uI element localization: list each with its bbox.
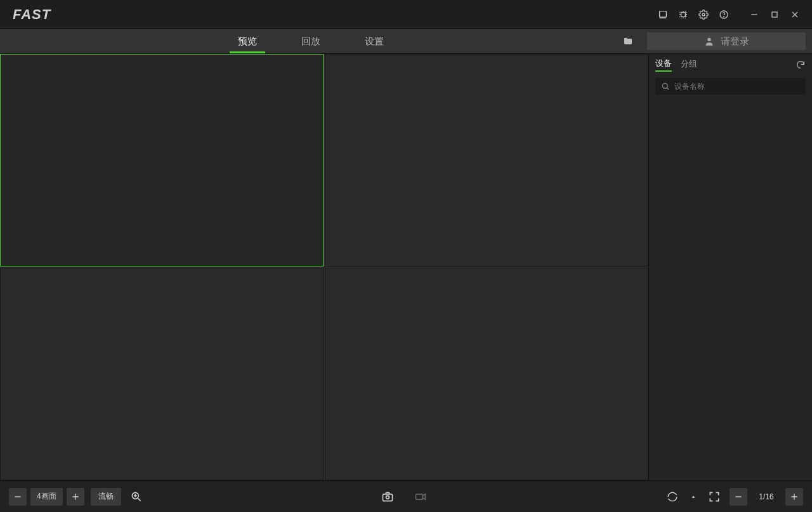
screenshot-icon[interactable]	[653, 5, 672, 24]
zoom-in-icon[interactable]	[128, 488, 145, 506]
video-cell-4[interactable]	[325, 268, 648, 480]
layout-increase-button[interactable]	[67, 488, 84, 506]
tab-settings[interactable]: 设置	[343, 29, 406, 53]
page-indicator: 1/16	[751, 492, 782, 501]
device-search-input[interactable]	[674, 82, 801, 91]
layout-decrease-button[interactable]	[9, 488, 27, 506]
snapshot-icon[interactable]	[379, 488, 396, 506]
layout-label[interactable]: 4画面	[30, 488, 63, 506]
video-grid	[0, 54, 648, 480]
video-cell-1[interactable]	[0, 54, 324, 266]
device-list	[649, 97, 812, 480]
folder-icon[interactable]	[615, 29, 641, 53]
svg-point-10	[386, 496, 390, 499]
titlebar-controls	[653, 5, 804, 24]
login-button[interactable]: 请登录	[647, 32, 806, 50]
svg-rect-9	[383, 494, 393, 501]
minimize-button[interactable]	[745, 5, 764, 24]
refresh-icon[interactable]	[796, 60, 806, 70]
main-tabs: 预览 回放 设置	[216, 29, 406, 53]
svg-point-6	[707, 38, 710, 41]
svg-rect-1	[681, 12, 686, 16]
close-button[interactable]	[785, 5, 804, 24]
maximize-button[interactable]	[765, 5, 784, 24]
svg-rect-0	[660, 11, 667, 16]
page-prev-button[interactable]	[730, 488, 747, 506]
search-icon	[660, 81, 671, 91]
help-icon[interactable]	[714, 5, 733, 24]
user-icon	[704, 36, 714, 46]
sync-icon[interactable]	[664, 488, 681, 506]
app-logo: FAST	[13, 6, 51, 23]
device-panel: 设备 分组	[648, 54, 812, 480]
panel-tab-devices[interactable]: 设备	[655, 58, 672, 72]
svg-rect-5	[772, 12, 777, 17]
cpu-icon[interactable]	[674, 5, 693, 24]
tab-playback[interactable]: 回放	[279, 29, 343, 53]
svg-point-2	[702, 13, 705, 16]
gear-icon[interactable]	[694, 5, 713, 24]
svg-point-4	[723, 16, 724, 16]
main-toolbar: 预览 回放 设置 请登录	[0, 29, 812, 54]
device-search[interactable]	[655, 78, 806, 95]
titlebar: FAST	[0, 0, 812, 29]
svg-rect-11	[416, 494, 423, 499]
record-icon[interactable]	[412, 488, 429, 506]
video-cell-2[interactable]	[325, 54, 648, 266]
panel-tab-groups[interactable]: 分组	[681, 58, 697, 71]
svg-point-7	[662, 83, 667, 88]
footer: 4画面 流畅 1/16	[0, 480, 812, 512]
login-label: 请登录	[721, 36, 749, 48]
quality-button[interactable]: 流畅	[91, 488, 121, 506]
page-next-button[interactable]	[785, 488, 803, 506]
fullscreen-icon[interactable]	[705, 488, 723, 506]
chevron-up-small-icon[interactable]	[688, 488, 699, 506]
video-cell-3[interactable]	[0, 268, 324, 480]
tab-preview[interactable]: 预览	[216, 29, 279, 53]
